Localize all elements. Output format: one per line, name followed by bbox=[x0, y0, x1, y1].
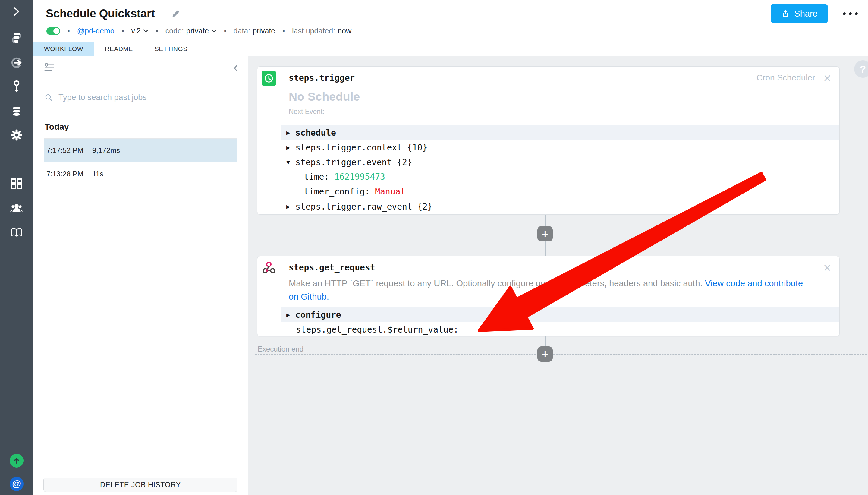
row-trigger-context[interactable]: ▶ steps.trigger.context {10} bbox=[281, 140, 839, 155]
share-icon bbox=[781, 9, 790, 18]
jobs-toolbar bbox=[33, 56, 247, 80]
filter-jobs-button[interactable] bbox=[44, 63, 55, 73]
workflow-canvas: ? steps.trigger Cron Scheduler × No Sche… bbox=[248, 56, 868, 495]
version-dropdown[interactable]: v.2 bbox=[131, 27, 149, 35]
job-duration: 11s bbox=[92, 170, 103, 178]
sidebar-item-settings[interactable] bbox=[10, 128, 23, 142]
trigger-app-label: Cron Scheduler bbox=[757, 73, 815, 83]
collapse-panel-button[interactable] bbox=[233, 64, 238, 72]
book-icon bbox=[11, 227, 23, 238]
pipedream-app: @ Schedule Quickstart Share • @pd-demo •… bbox=[0, 0, 868, 495]
tab-settings[interactable]: SETTINGS bbox=[144, 42, 198, 56]
row-schedule[interactable]: ▶ schedule bbox=[281, 125, 839, 140]
chevron-down-icon bbox=[143, 29, 149, 33]
sidebar-item-workflows[interactable] bbox=[10, 31, 23, 45]
share-button[interactable]: Share bbox=[771, 4, 828, 23]
trigger-card-body: steps.trigger Cron Scheduler × No Schedu… bbox=[281, 67, 839, 214]
close-icon[interactable]: × bbox=[823, 73, 832, 83]
filter-list-icon bbox=[44, 63, 55, 72]
dot-separator: • bbox=[122, 27, 124, 35]
jobs-section-title: Today bbox=[45, 122, 247, 132]
key-icon bbox=[11, 80, 22, 93]
job-row[interactable]: 7:13:28 PM 11s bbox=[44, 162, 237, 186]
workflow-meta-row: • @pd-demo • v.2 • code: private • data:… bbox=[47, 27, 351, 35]
workflow-tabs: WORKFLOW README SETTINGS bbox=[33, 41, 868, 56]
get-request-card-body: steps.get_request × Make an HTTP `GET` r… bbox=[281, 256, 839, 336]
dot-separator: • bbox=[282, 27, 285, 35]
trigger-rows: ▶ schedule ▶ steps.trigger.context {10} … bbox=[281, 125, 839, 214]
sidebar-item-docs[interactable] bbox=[10, 225, 23, 239]
delete-job-history-button[interactable]: DELETE JOB HISTORY bbox=[44, 478, 238, 492]
caret-right-icon: ▶ bbox=[286, 312, 295, 318]
sidebar-expand-section bbox=[0, 0, 33, 23]
caret-right-icon: ▶ bbox=[286, 204, 295, 209]
sidebar-item-data-stores[interactable] bbox=[10, 104, 23, 118]
add-step-button[interactable]: + bbox=[537, 226, 553, 241]
expand-sidebar-button[interactable] bbox=[10, 4, 23, 18]
get-request-rows: ▶ configure steps.get_request.$return_va… bbox=[281, 307, 839, 337]
get-request-step-name: steps.get_request bbox=[289, 262, 375, 273]
dot-separator: • bbox=[156, 27, 158, 35]
tab-readme[interactable]: README bbox=[94, 42, 144, 56]
jobs-panel: Today 7:17:52 PM 9,172ms 7:13:28 PM 11s … bbox=[33, 56, 247, 495]
workflows-icon bbox=[11, 33, 23, 43]
sidebar-item-apps[interactable] bbox=[10, 177, 23, 191]
more-options-button[interactable] bbox=[842, 9, 859, 18]
people-icon bbox=[10, 203, 23, 213]
cron-clock-icon bbox=[262, 71, 276, 86]
workflow-header: Schedule Quickstart Share • @pd-demo • v… bbox=[33, 0, 868, 41]
job-search-row bbox=[33, 80, 247, 102]
row-configure[interactable]: ▶ configure bbox=[281, 307, 839, 322]
deploy-toggle[interactable] bbox=[47, 27, 60, 35]
job-search-input[interactable] bbox=[58, 93, 227, 102]
job-list: 7:17:52 PM 9,172ms 7:13:28 PM 11s bbox=[44, 138, 237, 186]
job-row[interactable]: 7:17:52 PM 9,172ms bbox=[44, 139, 237, 162]
search-icon bbox=[45, 93, 53, 102]
at-sign-icon: @ bbox=[10, 477, 23, 491]
search-underline bbox=[44, 109, 237, 109]
dot-separator: • bbox=[68, 27, 70, 35]
get-request-step-card: steps.get_request × Make an HTTP `GET` r… bbox=[257, 256, 840, 337]
webhook-icon bbox=[262, 261, 276, 275]
source-arrow-icon bbox=[10, 56, 23, 69]
add-step-button[interactable]: + bbox=[537, 346, 553, 362]
close-icon[interactable]: × bbox=[823, 262, 832, 273]
code-visibility-dropdown[interactable]: code: private bbox=[166, 27, 217, 35]
row-event-time: time: 1621995473 bbox=[281, 169, 839, 184]
nav-sidebar: @ bbox=[0, 0, 33, 495]
sidebar-item-keys[interactable] bbox=[10, 80, 23, 93]
page-title: Schedule Quickstart bbox=[46, 7, 155, 20]
help-button[interactable]: ? bbox=[854, 60, 868, 78]
data-visibility: data: private bbox=[233, 27, 276, 35]
get-request-card-head: steps.get_request × bbox=[281, 256, 839, 273]
caret-right-icon: ▶ bbox=[286, 130, 295, 136]
job-time: 7:17:52 PM bbox=[47, 146, 92, 155]
job-time: 7:13:28 PM bbox=[47, 170, 92, 178]
trigger-step-name: steps.trigger bbox=[289, 73, 355, 83]
account-avatar[interactable]: @ bbox=[10, 477, 23, 491]
row-event-timer-config: timer_config: Manual bbox=[281, 184, 839, 199]
sidebar-item-community[interactable] bbox=[10, 201, 23, 215]
tab-workflow[interactable]: WORKFLOW bbox=[33, 42, 94, 56]
grid-icon bbox=[11, 178, 22, 190]
trigger-card-head: steps.trigger Cron Scheduler × bbox=[281, 67, 839, 83]
trigger-gutter bbox=[257, 67, 281, 214]
trigger-step-card: steps.trigger Cron Scheduler × No Schedu… bbox=[257, 66, 840, 215]
owner-link[interactable]: @pd-demo bbox=[77, 27, 115, 35]
timer-config-value: Manual bbox=[375, 187, 405, 197]
get-request-description: Make an HTTP `GET` request to any URL. O… bbox=[289, 277, 834, 303]
row-return-value: steps.get_request.$return_value: bbox=[281, 322, 839, 337]
last-updated: last updated: now bbox=[292, 27, 351, 35]
job-duration: 9,172ms bbox=[92, 146, 120, 155]
trigger-headline: No Schedule bbox=[289, 90, 839, 103]
rename-button[interactable] bbox=[171, 9, 180, 18]
row-trigger-raw-event[interactable]: ▶ steps.trigger.raw_event {2} bbox=[281, 199, 839, 214]
upgrade-button[interactable] bbox=[10, 454, 23, 467]
row-trigger-event[interactable]: ▼ steps.trigger.event {2} bbox=[281, 155, 839, 169]
sidebar-item-event-sources[interactable] bbox=[10, 56, 23, 70]
get-request-gutter bbox=[257, 256, 281, 336]
caret-right-icon: ▶ bbox=[286, 145, 295, 150]
execution-end-label: Execution end bbox=[258, 345, 303, 353]
ellipsis-icon bbox=[843, 12, 846, 15]
time-value: 1621995473 bbox=[334, 172, 385, 182]
